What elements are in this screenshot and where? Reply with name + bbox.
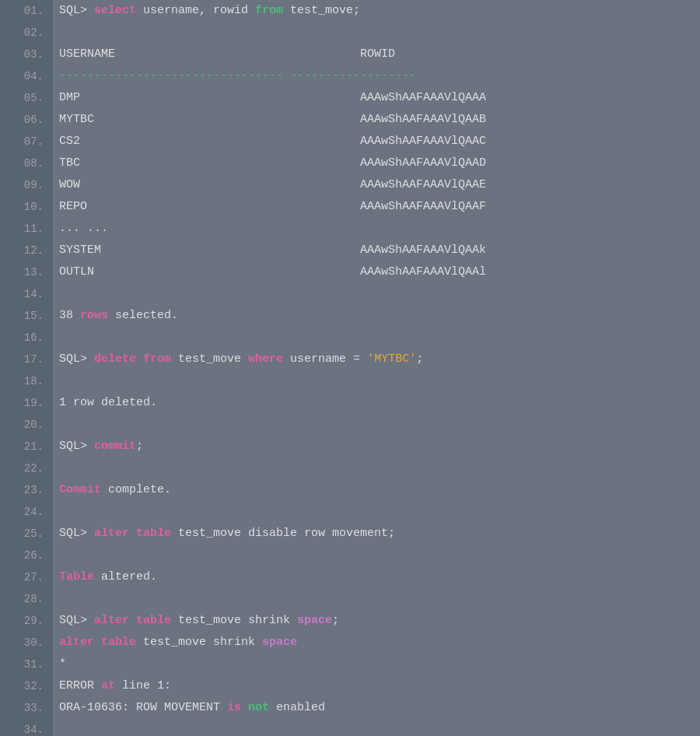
line-number: 20. xyxy=(0,414,53,436)
code-line: CS2 AAAwShAAFAAAVlQAAC xyxy=(59,131,700,152)
code-line: 1 row deleted. xyxy=(59,392,700,414)
code-line xyxy=(59,545,700,566)
line-number: 06. xyxy=(0,109,53,131)
line-number: 05. xyxy=(0,87,53,109)
code-line xyxy=(59,457,700,479)
line-number: 08. xyxy=(0,152,53,174)
code-container: 01.02.03.04.05.06.07.08.09.10.11.12.13.1… xyxy=(0,0,700,736)
code-line: DMP AAAwShAAFAAAVlQAAA xyxy=(59,87,700,109)
code-line: * xyxy=(59,654,700,675)
line-number: 31. xyxy=(0,654,53,675)
line-number: 03. xyxy=(0,44,53,65)
line-number: 34. xyxy=(0,719,53,736)
code-line: MYTBC AAAwShAAFAAAVlQAAB xyxy=(59,109,700,131)
line-number: 07. xyxy=(0,131,53,152)
code-area: SQL> select username, rowid from test_mo… xyxy=(53,0,700,736)
code-line xyxy=(59,283,700,305)
line-number: 26. xyxy=(0,545,53,566)
code-line xyxy=(59,327,700,349)
line-number: 15. xyxy=(0,305,53,327)
line-number: 27. xyxy=(0,566,53,588)
code-line: SQL> alter table test_move disable row m… xyxy=(59,523,700,545)
code-line xyxy=(59,22,700,44)
code-line: ... ... xyxy=(59,218,700,240)
code-line: Table altered. xyxy=(59,566,700,588)
line-number: 10. xyxy=(0,196,53,218)
line-number: 02. xyxy=(0,22,53,44)
line-number: 12. xyxy=(0,240,53,261)
code-line: SQL> commit; xyxy=(59,436,700,457)
code-line xyxy=(59,370,700,392)
line-number: 17. xyxy=(0,349,53,370)
line-number: 16. xyxy=(0,327,53,349)
code-line xyxy=(59,501,700,523)
line-number: 24. xyxy=(0,501,53,523)
line-number: 32. xyxy=(0,675,53,697)
line-number: 29. xyxy=(0,610,53,632)
line-number: 30. xyxy=(0,632,53,654)
code-line: alter table test_move shrink space xyxy=(59,632,700,654)
line-number: 18. xyxy=(0,370,53,392)
code-line: SQL> select username, rowid from test_mo… xyxy=(59,0,700,22)
code-line: REPO AAAwShAAFAAAVlQAAF xyxy=(59,196,700,218)
code-line: ERROR at line 1: xyxy=(59,675,700,697)
code-line xyxy=(59,414,700,436)
code-line: SYSTEM AAAwShAAFAAAVlQAAk xyxy=(59,240,700,261)
code-line: -------------------------------- -------… xyxy=(59,65,700,87)
code-line xyxy=(59,588,700,610)
code-line: 38 rows selected. xyxy=(59,305,700,327)
code-line xyxy=(59,719,700,736)
line-number: 04. xyxy=(0,65,53,87)
code-line: USERNAME ROWID xyxy=(59,44,700,65)
line-number: 22. xyxy=(0,457,53,479)
line-number: 01. xyxy=(0,0,53,22)
line-number: 28. xyxy=(0,588,53,610)
line-number: 19. xyxy=(0,392,53,414)
code-line: Commit complete. xyxy=(59,479,700,501)
code-line: SQL> alter table test_move shrink space; xyxy=(59,610,700,632)
code-line: OUTLN AAAwShAAFAAAVlQAAl xyxy=(59,261,700,283)
line-numbers: 01.02.03.04.05.06.07.08.09.10.11.12.13.1… xyxy=(0,0,53,736)
code-line: ORA-10636: ROW MOVEMENT is not enabled xyxy=(59,697,700,719)
code-line: TBC AAAwShAAFAAAVlQAAD xyxy=(59,152,700,174)
code-line: WOW AAAwShAAFAAAVlQAAE xyxy=(59,174,700,196)
line-number: 33. xyxy=(0,697,53,719)
code-line: SQL> delete from test_move where usernam… xyxy=(59,349,700,370)
line-number: 25. xyxy=(0,523,53,545)
line-number: 13. xyxy=(0,261,53,283)
line-number: 11. xyxy=(0,218,53,240)
line-number: 09. xyxy=(0,174,53,196)
line-number: 21. xyxy=(0,436,53,457)
line-number: 23. xyxy=(0,479,53,501)
line-number: 14. xyxy=(0,283,53,305)
